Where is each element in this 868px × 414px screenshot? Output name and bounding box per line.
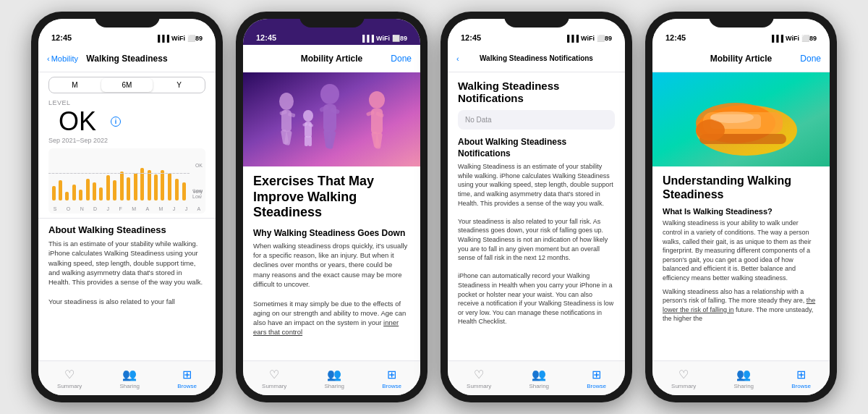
month-j3: J [185,206,188,211]
section-title-3: About Walking Steadiness Notifications [458,137,615,159]
tab-browse-label-3: Browse [587,383,606,389]
tab-browse-1[interactable]: ⊞ Browse [177,368,197,389]
tab-sharing-label-2: Sharing [324,383,344,389]
nav-bar-2: Mobility Article Done [243,45,420,72]
notch-1 [95,12,160,28]
chart-bar [113,180,116,200]
tab-sharing-2[interactable]: 👥 Sharing [324,368,344,389]
section-text-4b: Walking steadiness also has a relationsh… [663,287,820,324]
month-d: D [93,206,97,211]
month-f: F [119,206,122,211]
svg-point-7 [320,84,339,104]
wifi-icon-2: WiFi [376,35,390,42]
tab-summary-2[interactable]: ♡ Summary [262,368,286,389]
wifi-icon-1: WiFi [171,35,185,42]
about-title-1: About Walking Steadiness [48,224,205,235]
svg-point-1 [279,93,294,110]
sharing-icon-3: 👥 [532,368,546,381]
tab-summary-label-4: Summary [671,383,696,389]
time-4: 12:45 [665,33,686,42]
status-icons-2: ▐▐▐ WiFi ⬜89 [360,35,407,42]
notch-3 [504,12,569,28]
article-title-2: Exercises That May Improve Walking Stead… [253,174,410,221]
month-a: A [145,206,149,211]
tab-browse-2[interactable]: ⊞ Browse [382,368,401,389]
chart-bar [154,174,158,200]
signal-icon-2: ▐▐▐ [360,35,374,42]
ok-line [48,173,190,174]
done-button-4[interactable]: Done [800,54,821,64]
chart-bar [93,182,96,200]
month-j2: J [173,206,176,211]
back-button-1[interactable]: ‹ Mobility [47,54,78,63]
svg-point-32 [710,111,754,123]
level-value: OK [48,106,106,137]
chart-bar [99,187,103,200]
nav-bar-3: ‹ Walking Steadiness Notifications [448,45,625,72]
section-text-4: Walking steadiness is your ability to wa… [663,219,820,282]
chart-bar [148,170,151,200]
tab-browse-4[interactable]: ⊞ Browse [791,368,811,389]
time-2: 12:45 [256,33,276,42]
nav-bar-1: ‹ Mobility Walking Steadiness [38,45,216,72]
section-title-4: What Is Walking Steadiness? [663,207,820,216]
tab-browse-3[interactable]: ⊞ Browse [587,368,606,389]
tab-summary-4[interactable]: ♡ Summary [671,368,696,389]
tab-bar-1: ♡ Summary 👥 Sharing ⊞ Browse [38,360,216,395]
hero-svg-4 [652,72,830,166]
tab-summary-1[interactable]: ♡ Summary [57,368,82,389]
chart-month-labels: S O N D J F M A M J J A [48,206,205,211]
info-icon-1[interactable]: i [111,117,121,127]
section-text-3: Walking Steadiness is an estimate of you… [458,162,615,326]
segment-6m[interactable]: 6M [101,78,153,92]
tab-sharing-3[interactable]: 👥 Sharing [529,368,549,389]
segment-control-1[interactable]: M 6M Y [48,77,205,93]
svg-rect-23 [305,136,308,146]
chart-bar [86,179,90,200]
month-m2: M [159,206,163,211]
heart-icon-1: ♡ [64,368,75,381]
status-icons-3: ▐▐▐ WiFi ⬜89 [565,35,612,42]
back-button-3[interactable]: ‹ [456,54,459,63]
tab-sharing-4[interactable]: 👥 Sharing [733,368,754,389]
tab-bar-2: ♡ Summary 👥 Sharing ⊞ Browse [243,360,420,395]
screen-2: 12:45 ▐▐▐ WiFi ⬜89 Mobility Article Done [243,19,420,395]
done-button-2[interactable]: Done [391,54,412,64]
battery-icon-4: ⬜89 [801,35,817,42]
tab-sharing-1[interactable]: 👥 Sharing [119,368,140,389]
phone-2: 12:45 ▐▐▐ WiFi ⬜89 Mobility Article Done [236,12,427,402]
sharing-icon-1: 👥 [122,368,137,381]
status-icons-1: ▐▐▐ WiFi ⬜89 [156,35,203,42]
nav-title-4: Mobility Article [710,54,773,64]
tab-summary-3[interactable]: ♡ Summary [467,368,491,389]
content-2: Exercises That May Improve Walking Stead… [243,166,420,360]
signal-icon-1: ▐▐▐ [156,35,169,42]
segment-y[interactable]: Y [153,78,205,92]
month-n: N [80,206,84,211]
notifications-content-3: Walking Steadiness Notifications No Data… [448,72,625,339]
sharing-icon-4: 👥 [736,368,751,381]
nav-bar-4: Mobility Article Done [652,45,830,72]
heart-icon-2: ♡ [269,368,279,381]
tab-browse-label-1: Browse [177,383,197,389]
about-text-1: This is an estimate of your stability wh… [48,239,205,306]
section-text-2: When walking steadiness drops quickly, i… [253,241,410,337]
browse-icon-4: ⊞ [796,368,806,381]
chart-bar [79,190,82,200]
chart-bar [52,186,56,200]
chart-bar [120,172,124,200]
chart-bar [175,179,179,200]
nav-title-3: Walking Steadiness Notifications [480,54,593,62]
battery-icon-3: ⬜89 [597,35,612,42]
segment-m[interactable]: M [49,78,101,92]
tab-bar-3: ♡ Summary 👥 Sharing ⊞ Browse [448,360,625,395]
svg-point-19 [303,110,313,122]
tab-summary-label-2: Summary [262,383,286,389]
svg-point-31 [696,119,725,141]
main-title-4: Understanding Walking Steadiness [663,174,820,201]
wifi-icon-4: WiFi [786,35,799,42]
heart-icon-4: ♡ [678,368,689,381]
chevron-left-icon-1: ‹ [47,54,50,63]
chart-bar [182,182,186,200]
tab-sharing-label-3: Sharing [529,383,549,389]
